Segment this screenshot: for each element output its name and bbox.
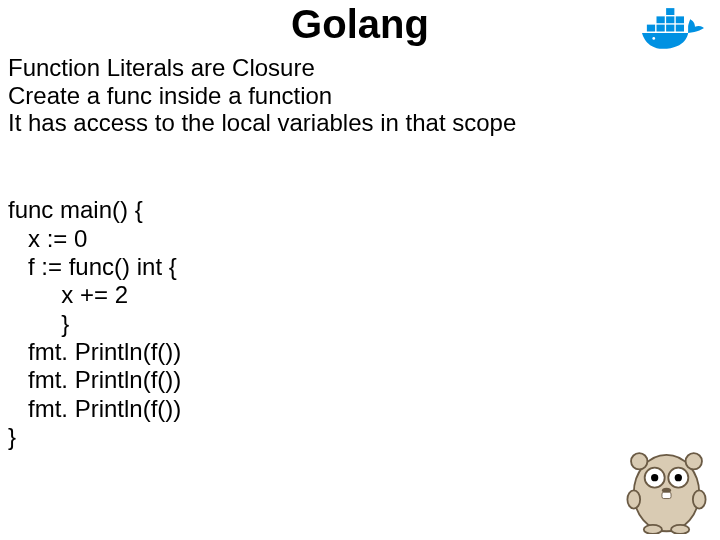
bullet-line: It has access to the local variables in …	[8, 109, 516, 137]
slide-title: Golang	[0, 2, 720, 47]
svg-rect-7	[666, 8, 674, 15]
svg-point-10	[631, 453, 647, 469]
bullet-line: Create a func inside a function	[8, 82, 516, 110]
code-line: }	[8, 423, 16, 450]
svg-rect-17	[662, 492, 671, 498]
code-block: func main() { x := 0 f := func() int { x…	[8, 168, 181, 451]
docker-whale-icon	[638, 4, 708, 59]
svg-rect-5	[666, 16, 674, 23]
go-gopher-icon	[619, 434, 714, 534]
code-line: fmt. Println(f())	[8, 395, 181, 422]
svg-point-20	[644, 525, 662, 534]
code-line: fmt. Println(f())	[8, 366, 181, 393]
svg-rect-0	[647, 25, 655, 32]
svg-rect-1	[657, 25, 665, 32]
svg-point-11	[686, 453, 702, 469]
svg-point-14	[651, 474, 658, 481]
svg-point-18	[627, 490, 640, 508]
svg-point-8	[652, 37, 655, 40]
svg-rect-4	[657, 16, 665, 23]
code-line: }	[8, 310, 69, 337]
svg-rect-6	[676, 16, 684, 23]
code-line: func main() {	[8, 196, 143, 223]
bullet-line: Function Literals are Closure	[8, 54, 516, 82]
svg-rect-2	[666, 25, 674, 32]
svg-point-19	[693, 490, 706, 508]
code-line: x := 0	[8, 225, 87, 252]
code-line: x += 2	[8, 281, 128, 308]
svg-point-21	[671, 525, 689, 534]
code-line: f := func() int {	[8, 253, 177, 280]
svg-point-15	[675, 474, 682, 481]
svg-rect-3	[676, 25, 684, 32]
body-text: Function Literals are Closure Create a f…	[8, 54, 516, 137]
code-line: fmt. Println(f())	[8, 338, 181, 365]
